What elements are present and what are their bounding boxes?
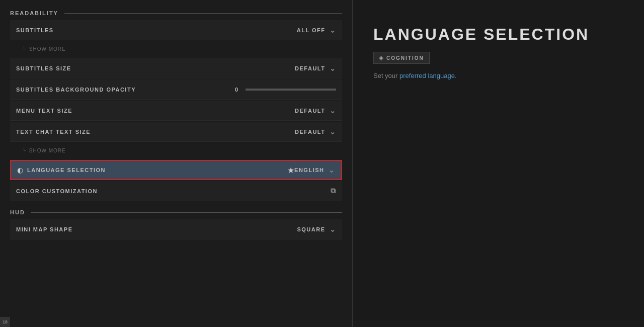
subtitles-opacity-value: 0 xyxy=(231,87,336,93)
show-more-label2: SHOW MORE xyxy=(29,148,66,153)
color-customization-value: ⧉ xyxy=(331,187,337,195)
show-more-arrow2-icon: └ xyxy=(22,147,26,153)
main-layout: READABILITY SUBTITLES ALL OFF ⌄ └ SHOW M… xyxy=(0,0,644,327)
hud-section-header: HUD xyxy=(10,209,342,215)
subtitles-size-label: SUBTITLES SIZE xyxy=(16,65,295,71)
description-suffix: . xyxy=(455,72,457,79)
number-badge: 18 xyxy=(0,317,10,327)
subtitles-opacity-setting[interactable]: SUBTITLES BACKGROUND OPACITY 0 xyxy=(10,79,342,100)
mini-map-shape-label: MINI MAP SHAPE xyxy=(16,226,297,232)
opacity-slider[interactable] xyxy=(246,89,336,91)
show-more-arrow-icon: └ xyxy=(22,46,26,52)
hud-section: HUD MINI MAP SHAPE SQUARE ⌄ xyxy=(10,209,352,239)
readability-section-header: READABILITY xyxy=(10,10,342,16)
text-chat-size-label: TEXT CHAT TEXT SIZE xyxy=(16,129,295,135)
menu-text-size-value: DEFAULT ⌄ xyxy=(295,107,336,115)
detail-title: LANGUAGE SELECTION xyxy=(373,25,624,44)
subtitles-size-value: DEFAULT ⌄ xyxy=(295,64,336,72)
menu-text-size-setting[interactable]: MENU TEXT SIZE DEFAULT ⌄ xyxy=(10,101,342,121)
star-icon: ★ xyxy=(287,166,294,175)
language-row-left: ◐ LANGUAGE SELECTION ★ xyxy=(17,166,294,175)
x-icon: ◐ xyxy=(17,166,23,174)
language-selection-label: LANGUAGE SELECTION xyxy=(27,167,283,173)
left-panel: READABILITY SUBTITLES ALL OFF ⌄ └ SHOW M… xyxy=(0,0,352,327)
language-selection-setting[interactable]: ◐ LANGUAGE SELECTION ★ ENGLISH ⌄ xyxy=(10,160,342,180)
text-chat-size-chevron-icon: ⌄ xyxy=(330,128,337,136)
readability-divider xyxy=(64,13,342,14)
description-prefix: Set your xyxy=(373,72,399,79)
language-chevron-icon: ⌄ xyxy=(329,166,336,174)
text-chat-show-more[interactable]: └ SHOW MORE xyxy=(10,143,342,158)
show-more-label: SHOW MORE xyxy=(29,46,66,52)
subtitles-size-setting[interactable]: SUBTITLES SIZE DEFAULT ⌄ xyxy=(10,58,342,78)
menu-text-size-chevron-icon: ⌄ xyxy=(330,107,337,115)
menu-text-size-label: MENU TEXT SIZE xyxy=(16,108,295,114)
preferred-language-link[interactable]: preferred language xyxy=(399,72,455,79)
subtitles-show-more[interactable]: └ SHOW MORE xyxy=(10,41,342,56)
right-panel: LANGUAGE SELECTION ◈ COGNITION Set your … xyxy=(353,0,644,327)
hud-divider xyxy=(31,212,342,213)
color-customization-setting[interactable]: COLOR CUSTOMIZATION ⧉ xyxy=(10,181,342,201)
text-chat-size-value: DEFAULT ⌄ xyxy=(295,128,336,136)
mini-map-shape-setting[interactable]: MINI MAP SHAPE SQUARE ⌄ xyxy=(10,219,342,239)
subtitles-chevron-icon: ⌄ xyxy=(330,26,337,34)
subtitles-size-chevron-icon: ⌄ xyxy=(330,64,337,72)
detail-description: Set your preferred language. xyxy=(373,71,624,81)
cognition-badge: ◈ COGNITION xyxy=(373,52,430,64)
subtitles-setting[interactable]: SUBTITLES ALL OFF ⌄ xyxy=(10,20,342,40)
hud-label: HUD xyxy=(10,209,25,215)
mini-map-chevron-icon: ⌄ xyxy=(330,225,337,233)
cognition-badge-icon: ◈ xyxy=(379,54,383,61)
color-customization-label: COLOR CUSTOMIZATION xyxy=(16,188,331,194)
language-selection-value: ENGLISH ⌄ xyxy=(294,166,335,174)
subtitles-label: SUBTITLES xyxy=(16,27,297,33)
external-link-icon: ⧉ xyxy=(331,187,337,195)
readability-label: READABILITY xyxy=(10,10,58,16)
subtitles-opacity-label: SUBTITLES BACKGROUND OPACITY xyxy=(16,87,231,93)
text-chat-size-setting[interactable]: TEXT CHAT TEXT SIZE DEFAULT ⌄ xyxy=(10,122,342,142)
cognition-badge-text: COGNITION xyxy=(386,55,424,61)
subtitles-value: ALL OFF ⌄ xyxy=(297,26,336,34)
mini-map-shape-value: SQUARE ⌄ xyxy=(297,225,336,233)
